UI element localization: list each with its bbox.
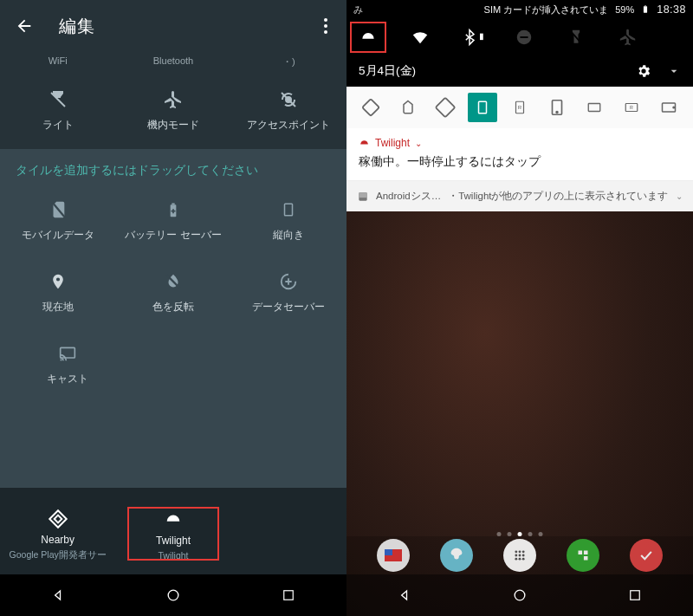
svg-point-47 <box>515 590 525 600</box>
tile-location[interactable]: 現在地 <box>0 266 115 319</box>
rot-opt-2-icon[interactable] <box>393 93 423 122</box>
svg-rect-10 <box>60 347 74 358</box>
svg-rect-48 <box>631 591 640 600</box>
page-title: 編集 <box>59 15 95 38</box>
dock-app-1[interactable] <box>377 539 410 572</box>
svg-point-45 <box>519 558 521 561</box>
date-text: 5月4日(金) <box>359 63 416 79</box>
chevron-down-icon[interactable]: ⌄ <box>415 139 422 148</box>
nav-back-icon[interactable] <box>395 586 414 605</box>
battery-percent: 59% <box>615 4 634 15</box>
nav-recent-icon[interactable] <box>625 586 644 605</box>
svg-point-12 <box>168 590 178 600</box>
twilight-notification[interactable]: Twilight ⌄ 稼働中。一時停止するにはタップ <box>346 128 693 181</box>
drag-hint-text: タイルを追加するにはドラッグしてください <box>0 149 346 187</box>
tile-light[interactable]: ライト <box>0 84 115 137</box>
tile-data-saver[interactable]: データセーバー <box>231 266 346 319</box>
qs-airplane-icon[interactable] <box>610 24 646 50</box>
rot-opt-6-icon[interactable] <box>542 93 572 122</box>
dock-app-4[interactable] <box>567 539 599 572</box>
svg-rect-22 <box>362 99 379 116</box>
more-icon[interactable] <box>319 13 333 39</box>
twilight-icon <box>162 509 185 531</box>
tile-portrait[interactable]: 縦向き <box>231 194 346 247</box>
qs-bluetooth-icon[interactable] <box>454 24 490 50</box>
chevron-down-icon[interactable]: ⌄ <box>676 191 683 201</box>
tile-invert-colors[interactable]: 色を反転 <box>115 266 230 319</box>
back-icon[interactable] <box>14 16 35 36</box>
tile-hotspot[interactable]: アクセスポイント <box>231 84 346 137</box>
rot-opt-3-icon[interactable] <box>431 93 460 122</box>
active-tile-row-partial: WiFi Bluetooth ・) <box>0 50 346 77</box>
inactive-tile-row: キャスト <box>0 331 346 403</box>
hotspot-off-icon <box>278 89 299 110</box>
sim-status-text: SIM カードが挿入されていま <box>484 3 609 16</box>
status-bar: み SIM カードが挿入されていま 59% 18:38 <box>346 0 693 19</box>
nav-home-icon[interactable] <box>164 586 183 605</box>
svg-point-33 <box>673 107 675 108</box>
svg-rect-17 <box>480 34 483 41</box>
rot-opt-1-icon[interactable] <box>356 93 385 122</box>
svg-line-3 <box>282 93 295 107</box>
suggest-nearby[interactable]: Nearby Google Play開発者サー <box>0 508 115 561</box>
location-icon <box>48 271 68 292</box>
qs-dnd-icon[interactable] <box>506 24 542 50</box>
nearby-icon <box>47 508 69 530</box>
rotation-toolbar: R R <box>346 87 693 128</box>
rot-opt-9-icon[interactable] <box>654 93 683 122</box>
svg-point-46 <box>522 558 525 561</box>
tile-battery-saver[interactable]: バッテリー セーバー <box>115 194 230 247</box>
svg-point-40 <box>522 550 525 553</box>
rot-opt-7-landscape-icon[interactable] <box>580 93 609 122</box>
svg-rect-37 <box>385 549 392 555</box>
qs-twilight-icon[interactable] <box>350 24 386 50</box>
tile-airplane[interactable]: 機内モード <box>115 84 230 137</box>
svg-point-11 <box>60 360 62 361</box>
svg-point-42 <box>519 554 521 557</box>
nav-home-icon[interactable] <box>510 586 529 605</box>
suggest-twilight[interactable]: Twilight Twilight <box>115 509 230 561</box>
svg-point-39 <box>519 550 521 553</box>
airplane-off-icon <box>163 89 184 110</box>
svg-rect-24 <box>478 101 486 113</box>
portrait-icon <box>278 199 299 220</box>
inactive-tile-row: 現在地 色を反転 データセーバー <box>0 259 346 331</box>
notif-app-name: Twilight <box>375 137 410 149</box>
tile-wifi[interactable]: WiFi <box>0 50 115 74</box>
home-wallpaper[interactable] <box>346 211 693 616</box>
svg-text:R: R <box>518 105 522 110</box>
dock-app-drawer[interactable] <box>503 539 536 572</box>
rot-opt-4-portrait-icon[interactable] <box>468 93 497 122</box>
chevron-down-icon[interactable] <box>667 64 681 78</box>
svg-rect-15 <box>644 5 646 6</box>
nav-recent-icon[interactable] <box>279 586 298 605</box>
notif-body: 稼働中。一時停止するにはタップ <box>359 154 681 170</box>
nav-bar <box>0 574 346 616</box>
suggestion-row: Nearby Google Play開発者サー Twilight Twiligh… <box>0 488 346 574</box>
svg-text:R: R <box>630 105 633 110</box>
tile-expand[interactable]: ・) <box>231 50 346 74</box>
qs-wifi-icon[interactable] <box>402 24 438 50</box>
svg-point-43 <box>522 554 525 557</box>
tile-mobile-data[interactable]: モバイルデータ <box>0 194 115 247</box>
rot-opt-5-icon[interactable]: R <box>505 93 534 122</box>
dock-app-2[interactable] <box>440 539 473 572</box>
svg-point-38 <box>515 550 517 553</box>
settings-icon[interactable] <box>636 63 651 79</box>
nav-back-icon[interactable] <box>49 586 68 605</box>
qs-date-row: 5月4日(金) <box>346 55 693 87</box>
svg-rect-23 <box>435 98 455 118</box>
android-system-notification[interactable]: Androidシス… ・Twilightが他のアプリの上に表示されています ⌄ <box>346 181 693 211</box>
qs-edit-header: 編集 <box>0 0 346 52</box>
tile-bluetooth[interactable]: Bluetooth <box>115 50 230 74</box>
notif-app-row: Twilight ⌄ <box>359 137 681 149</box>
tile-cast[interactable]: キャスト <box>12 338 122 391</box>
svg-rect-19 <box>520 36 528 38</box>
svg-rect-7 <box>285 204 293 216</box>
dock-app-5[interactable] <box>630 539 663 572</box>
data-saver-icon <box>278 271 299 292</box>
rot-opt-8-icon[interactable]: R <box>617 93 646 122</box>
qs-flashlight-icon[interactable] <box>558 24 594 50</box>
ime-indicator: み <box>353 3 363 16</box>
flashlight-off-icon <box>48 89 68 110</box>
